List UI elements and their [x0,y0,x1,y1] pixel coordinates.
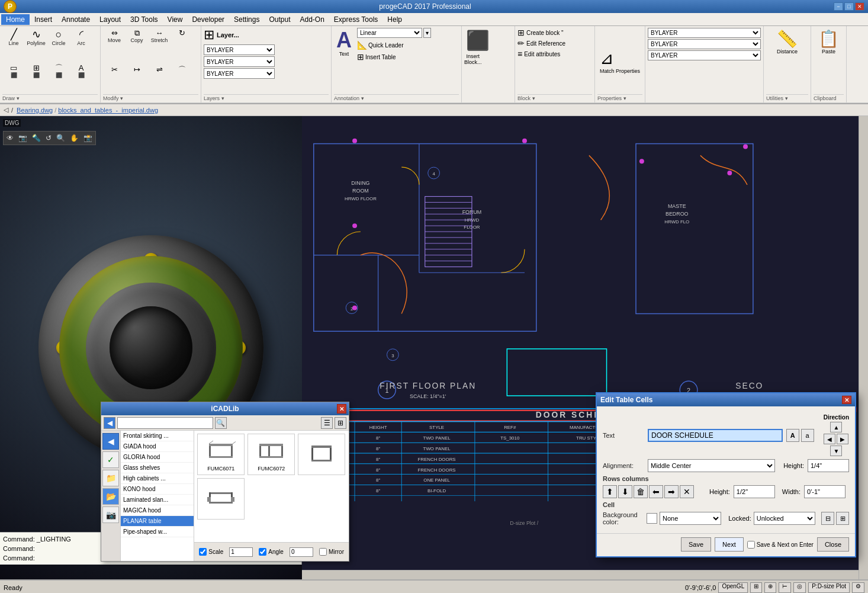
linetype-dropdown[interactable]: BYLAYER [204,68,275,79]
polyline-button[interactable]: ∿ Polyline [25,27,47,48]
annotation-dropdown-btn[interactable]: ▾ [423,28,431,38]
split-cells-button[interactable]: ⊞ [836,512,849,525]
insert-table-icon[interactable]: ⊞ [357,52,364,62]
list-item[interactable]: MAGICA hood [121,505,194,516]
lineweight-dropdown[interactable]: BYLAYER [648,28,761,38]
edit-reference-row[interactable]: ✏ Edit Reference [517,39,565,48]
quick-leader-icon[interactable]: 📐 [357,40,367,50]
insert-row-below-button[interactable]: ⬇ [618,485,632,498]
nav-arrow-left[interactable]: ◁ [4,106,8,114]
match-properties-button[interactable]: ⊿ Match Properties [600,49,640,74]
stretch-button[interactable]: ↔ Stretch [148,27,171,45]
menu-expresstools[interactable]: Express Tools [329,14,382,25]
bgcolor-dropdown[interactable]: None Red Blue [660,512,721,525]
distance-button[interactable]: 📏 Distance [766,27,808,56]
icadlib-list-view-button[interactable]: ☰ [321,417,333,429]
save-next-checkbox[interactable] [747,541,755,549]
list-item[interactable]: Laminated slan... [121,495,194,505]
menu-insert[interactable]: Insert [30,14,57,25]
annotation-style-dropdown[interactable]: Linear [357,28,422,38]
line-button[interactable]: ╱ Line [2,27,25,48]
extend-button[interactable]: ↦ [126,64,148,76]
layer-dropdown-main[interactable]: BYLAYER [204,44,275,55]
polar-button[interactable]: ◎ [793,582,806,593]
move-button[interactable]: ⇔ Move [103,27,126,45]
minimize-button[interactable]: − [834,2,843,11]
angle-input[interactable] [290,547,313,557]
arc-button[interactable]: ◜ Arc [70,27,92,48]
copy-button[interactable]: ⧉ Copy [126,27,148,45]
rotate-button[interactable]: ↻ [171,27,193,39]
list-item-selected[interactable]: PLANAR table [121,516,194,527]
breadcrumb-part2[interactable]: blocks_and_tables_-_imperial.dwg [58,107,158,114]
scale-checkbox[interactable] [199,548,207,556]
opengl-button[interactable]: OpenGL [718,582,748,593]
text-uppercase-button[interactable]: A [786,429,799,442]
text-big-button[interactable]: A Text [334,27,354,59]
draw-extra-1[interactable]: ▭ ⬛ [2,62,25,80]
menu-help[interactable]: Help [382,14,407,25]
list-item[interactable]: GLORIA hood [121,452,194,463]
icadlib-back-button[interactable]: ◀ [104,417,115,429]
save-button[interactable]: Save [681,537,711,552]
menu-developer[interactable]: Developer [187,14,229,25]
edit-table-close-button[interactable]: ✕ [842,396,851,404]
insert-col-right-button[interactable]: ➡ [664,485,679,498]
view-icon-snapshot[interactable]: 📸 [82,133,94,143]
next-button[interactable]: Next [715,537,744,552]
height2-input[interactable] [734,485,775,498]
snap-button[interactable]: ⊕ [764,582,776,593]
app-logo[interactable]: P [4,0,17,13]
list-item[interactable]: GIADA hood [121,441,194,452]
lib-nav-back[interactable]: ◀ [102,433,119,450]
dir-up-button[interactable]: ▲ [830,422,842,432]
menu-settings[interactable]: Settings [229,14,264,25]
dir-left-button[interactable]: ◀ [824,434,835,444]
delete-col-button[interactable]: ✕ [680,485,694,498]
lib-nav-camera[interactable]: 📷 [102,507,119,523]
view-icon-shade[interactable]: 🔦 [30,133,43,143]
list-item[interactable]: KONO hood [121,484,194,495]
delete-row-button[interactable]: 🗑 [634,485,648,498]
lib-nav-blue[interactable]: 📂 [102,488,119,505]
menu-addon[interactable]: Add-On [295,14,329,25]
menu-view[interactable]: View [163,14,188,25]
list-item[interactable]: Glass shelves [121,463,194,473]
color2-dropdown[interactable]: BYLAYER [648,50,761,60]
create-block-row[interactable]: ⊞ Create block " [517,28,563,37]
maximize-button[interactable]: □ [844,2,854,11]
icadlib-search-button[interactable]: 🔍 [215,417,227,429]
cad-scrollbar-vertical[interactable] [859,116,868,579]
mirror-button[interactable]: ⇌ [148,64,171,76]
view-icon-camera[interactable]: 📷 [17,133,29,143]
list-item[interactable]: Pipe-shaped w... [121,527,194,537]
insert-row-above-button[interactable]: ⬆ [603,485,617,498]
menu-3dtools[interactable]: 3D Tools [126,14,162,25]
breadcrumb-part1[interactable]: Bearing.dwg [17,107,53,114]
menu-annotate[interactable]: Annotate [57,14,95,25]
insert-block-icon[interactable]: ⬛ [464,27,491,53]
ortho-button[interactable]: ⊢ [779,582,791,593]
color-dropdown[interactable]: BYLAYER [204,56,275,67]
paste-button[interactable]: 📋 Paste [816,27,841,56]
scale-input[interactable] [229,547,253,557]
width-input[interactable] [804,485,846,498]
preview-fumc6071[interactable]: FUMC6071 [197,434,245,475]
menu-home[interactable]: Home [1,14,30,25]
insert-col-left-button[interactable]: ⬅ [649,485,663,498]
draw-extra-2[interactable]: ⊞ ⬛ [25,62,47,80]
menu-output[interactable]: Output [264,14,295,25]
draw-extra-4[interactable]: A ⬛ [70,62,92,80]
draw-extra-3[interactable]: ⌒ ⬛ [47,62,70,80]
locked-dropdown[interactable]: Unlocked Locked [754,512,815,525]
grid-button[interactable]: ⊞ [750,582,762,593]
cad-scrollbar-horizontal[interactable] [302,570,859,579]
list-item[interactable]: Frontal skirting ... [121,431,194,441]
close-button[interactable]: ✕ [855,2,864,11]
icadlib-search-input[interactable] [117,417,213,429]
angle-checkbox[interactable] [259,548,266,556]
mirror-checkbox[interactable] [319,548,327,556]
lib-nav-check[interactable]: ✓ [102,451,119,468]
circle-button[interactable]: ○ Circle [47,27,70,48]
preview-table3[interactable] [298,434,345,475]
